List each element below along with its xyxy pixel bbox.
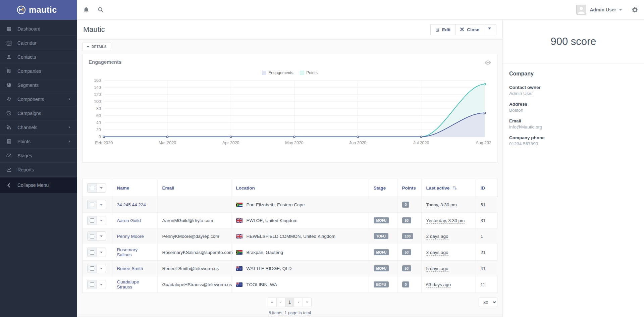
contact-name-link[interactable]: 34.245.44.224 xyxy=(117,202,146,207)
sidebar-item-label: Stages xyxy=(17,153,32,158)
last-page-button[interactable]: » xyxy=(303,298,312,307)
sidebar-item-reports[interactable]: Reports xyxy=(0,163,77,177)
row-actions-dropdown[interactable] xyxy=(97,264,106,273)
sort-icon xyxy=(452,186,457,190)
mautic-logo[interactable]: mautic xyxy=(0,0,77,20)
last-active-value: Today, 3:30 pm xyxy=(426,202,457,208)
bell-icon[interactable] xyxy=(83,7,89,13)
row-select-checkbox[interactable] xyxy=(88,232,97,241)
row-select-checkbox[interactable] xyxy=(88,280,97,289)
company-fields: Contact ownerAdmin UserAddressBostonEmai… xyxy=(509,85,638,146)
prev-page-button[interactable]: ‹ xyxy=(276,298,285,307)
svg-text:May 2020: May 2020 xyxy=(285,141,304,145)
stage-badge: BOFU xyxy=(374,281,389,287)
caret-down-icon[interactable] xyxy=(619,9,622,11)
sidebar-item-calendar[interactable]: Calendar xyxy=(0,36,77,50)
company-field: Contact ownerAdmin User xyxy=(509,85,638,96)
field-value: Boston xyxy=(509,108,638,113)
next-page-button[interactable]: › xyxy=(294,298,303,307)
row-actions-dropdown[interactable] xyxy=(97,200,106,209)
edit-button[interactable]: Edit xyxy=(430,24,456,35)
user-menu[interactable]: Admin User xyxy=(590,7,616,12)
legend-item-engagements[interactable]: Engagements xyxy=(262,70,293,75)
column-header-points[interactable]: Points xyxy=(397,179,421,197)
contact-name-link[interactable]: Rosemary Salinas xyxy=(117,247,138,257)
angle-left-icon xyxy=(6,182,12,188)
svg-text:0: 0 xyxy=(99,135,101,139)
search-icon[interactable] xyxy=(98,7,104,13)
row-actions-dropdown[interactable] xyxy=(97,232,106,241)
rows-per-page-select[interactable]: 30 xyxy=(479,298,497,307)
select-all-checkbox[interactable] xyxy=(88,183,97,192)
brand-name: mautic xyxy=(29,5,57,15)
pie-icon xyxy=(6,82,12,88)
sidebar-item-points[interactable]: Points xyxy=(0,135,77,149)
row-select-checkbox[interactable] xyxy=(88,264,97,273)
table-row: Guadalupe StraussGuadalupeHStrauss@telew… xyxy=(83,276,498,293)
app-root: mautic DashboardCalendarContactsCompanie… xyxy=(0,0,644,317)
points-badge: 50 xyxy=(402,249,412,255)
row-select-checkbox[interactable] xyxy=(88,248,97,257)
contact-name-link[interactable]: Renee Smith xyxy=(117,266,143,271)
contact-location: Brakpan, Gauteng xyxy=(247,250,283,255)
contacts-table-panel: Name Email Location Stage Points Last ac… xyxy=(82,179,497,293)
sidebar-item-collapse-menu[interactable]: Collapse Menu xyxy=(0,177,77,193)
sidebar-item-campaigns[interactable]: Campaigns xyxy=(0,106,77,120)
row-actions-dropdown[interactable] xyxy=(97,248,106,257)
row-select-checkbox[interactable] xyxy=(88,200,97,209)
sidebar-item-contacts[interactable]: Contacts xyxy=(0,50,77,64)
company-detail-panel: 900 score Company Contact ownerAdmin Use… xyxy=(502,20,644,317)
page-header: Mautic Edit Close xyxy=(77,20,502,40)
user-icon xyxy=(6,54,12,60)
column-header-stage[interactable]: Stage xyxy=(369,179,397,197)
svg-text:120: 120 xyxy=(94,92,101,97)
stage-badge: MOFU xyxy=(374,265,389,271)
contact-location: HEWELSFIELD COMMON, United Kingdom xyxy=(247,234,336,239)
sidebar-item-dashboard[interactable]: Dashboard xyxy=(0,22,77,36)
column-header-name[interactable]: Name xyxy=(112,179,157,197)
row-select-checkbox[interactable] xyxy=(88,216,97,225)
column-header-last-active[interactable]: Last active xyxy=(421,179,476,197)
gear-icon[interactable] xyxy=(632,7,638,13)
sidebar-item-companies[interactable]: Companies xyxy=(0,64,77,78)
contacts-table: Name Email Location Stage Points Last ac… xyxy=(83,179,498,293)
page-actions: Edit Close xyxy=(431,24,496,35)
sidebar-item-segments[interactable]: Segments xyxy=(0,78,77,92)
more-actions-dropdown[interactable] xyxy=(484,24,496,35)
sidebar-item-stages[interactable]: Stages xyxy=(0,149,77,163)
contact-name-link[interactable]: Penny Moore xyxy=(117,234,144,239)
field-label: Address xyxy=(509,102,638,107)
contact-email xyxy=(157,197,231,213)
eye-icon[interactable] xyxy=(485,60,491,65)
sidebar-item-label: Points xyxy=(17,139,31,144)
svg-text:Aug 2020: Aug 2020 xyxy=(476,141,491,145)
table-row: Rosemary SalinasRosemaryKSalinas@superri… xyxy=(83,244,498,261)
svg-text:160: 160 xyxy=(94,78,101,83)
user-avatar[interactable] xyxy=(576,5,586,15)
column-header-email[interactable]: Email xyxy=(157,179,231,197)
first-page-button[interactable]: « xyxy=(268,298,277,307)
contact-email: RosemaryKSalinas@superrito.com xyxy=(157,244,231,261)
sidebar-item-channels[interactable]: Channels xyxy=(0,120,77,135)
tab-bar: DETAILS xyxy=(77,40,502,54)
row-actions-dropdown[interactable] xyxy=(97,216,106,225)
details-toggle-button[interactable]: DETAILS xyxy=(82,43,111,51)
country-flag-icon xyxy=(236,282,243,287)
dashboard-icon xyxy=(6,26,12,32)
table-row: 34.245.44.224Port Elizabeth, Eastern Cap… xyxy=(83,197,498,213)
column-header-id[interactable]: ID xyxy=(476,179,498,197)
close-button[interactable]: Close xyxy=(455,24,484,35)
company-field: AddressBoston xyxy=(509,102,638,113)
contact-name-link[interactable]: Aaron Guild xyxy=(117,218,141,223)
sidebar-item-components[interactable]: Components xyxy=(0,92,77,106)
contact-name-link[interactable]: Guadalupe Strauss xyxy=(117,279,139,289)
row-actions-dropdown[interactable] xyxy=(97,280,106,289)
bulk-actions-dropdown[interactable] xyxy=(97,183,106,192)
column-header-location[interactable]: Location xyxy=(231,179,369,197)
sidebar: mautic DashboardCalendarContactsCompanie… xyxy=(0,0,77,317)
sidebar-item-label: Channels xyxy=(17,125,37,130)
page-1-button[interactable]: 1 xyxy=(285,298,294,307)
chevron-right-icon xyxy=(68,140,71,143)
points-badge: 50 xyxy=(402,217,412,223)
legend-item-points[interactable]: Points xyxy=(300,70,317,75)
